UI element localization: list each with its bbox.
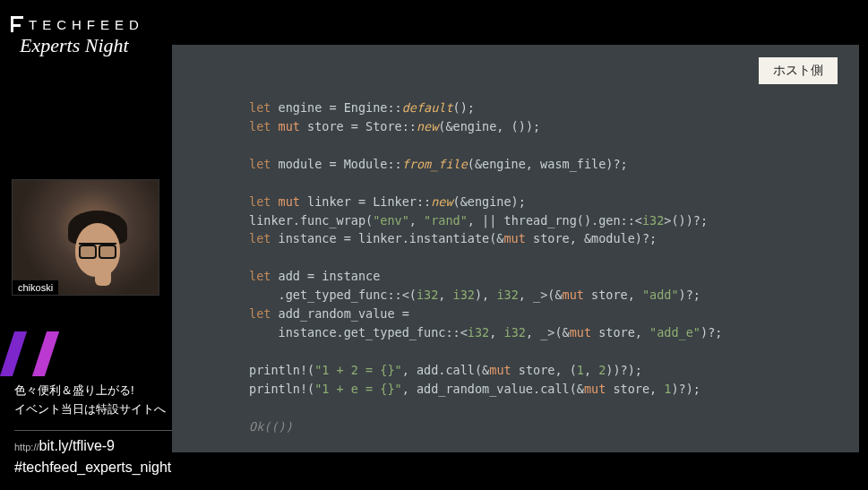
brand-subtitle: Experts Night: [20, 34, 144, 57]
code-block: let engine = Engine::default(); let mut …: [249, 99, 841, 436]
brand-logo: TECHFEED Experts Night: [11, 16, 144, 57]
logo-f-icon: [11, 16, 23, 32]
url-prefix: http://: [14, 442, 39, 452]
accent-stripes-icon: [0, 331, 59, 376]
host-badge: ホスト側: [759, 57, 838, 84]
slide-panel: ホスト側 let engine = Engine::default(); let…: [172, 45, 859, 452]
webcam-panel: chikoski: [12, 179, 159, 296]
url-path: bit.ly/tflive-9: [39, 438, 115, 453]
webcam-feed: [13, 180, 159, 295]
speaker-name-tag: chikoski: [13, 280, 58, 295]
event-hashtag: #techfeed_experts_night: [14, 460, 220, 476]
brand-text: TECHFEED: [29, 17, 144, 32]
